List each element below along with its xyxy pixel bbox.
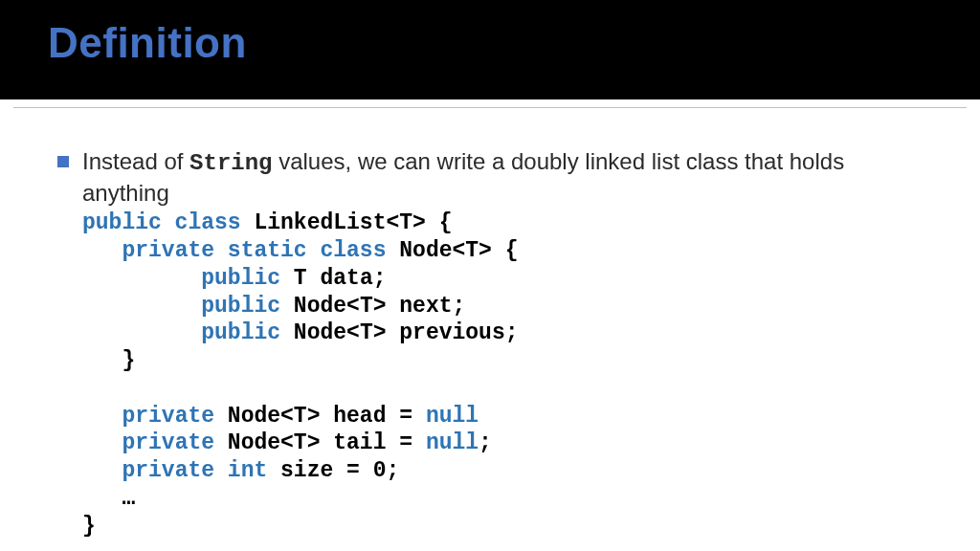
code-text: size = 0; [267,458,399,483]
code-pad [82,238,122,263]
code-text: … [82,486,135,511]
code-text: Node<T> tail = [214,430,426,455]
code-text: ; [479,430,492,455]
bullet-icon [57,156,69,167]
code-kw: private [122,430,214,455]
code-kw: private [122,404,214,429]
code-kw: private int [122,458,267,483]
code-text: } [82,514,96,539]
code-kw: public [201,266,280,291]
code-pad [82,458,122,483]
slide-header: Definition [0,0,980,99]
code-text: Node<T> next; [280,294,465,319]
code-block: public class LinkedList<T> { private sta… [82,209,923,540]
code-text: LinkedList<T> { [241,210,453,235]
code-pad [82,404,122,429]
slide-title: Definition [48,19,247,67]
bullet-prefix: Instead of [82,148,189,174]
bullet-code-word: String [189,150,272,176]
code-kw: public [201,294,280,319]
code-kw: null [426,404,479,429]
code-pad [82,266,201,291]
code-kw: public class [82,210,241,235]
code-pad [82,430,122,455]
slide-content: Instead of String values, we can write a… [0,108,980,540]
code-pad [82,294,201,319]
code-text: Node<T> head = [214,404,426,429]
bullet-body: Instead of String values, we can write a… [82,146,923,540]
code-text: Node<T> { [386,238,518,263]
bullet-item: Instead of String values, we can write a… [57,146,923,540]
code-pad [82,320,201,345]
code-text: } [82,348,135,373]
code-kw: public [201,320,280,345]
code-kw: private static class [122,238,386,263]
code-text: T data; [280,266,386,291]
code-text: Node<T> previous; [280,320,518,345]
code-kw: null [426,430,479,455]
bullet-text: Instead of String values, we can write a… [82,146,923,208]
